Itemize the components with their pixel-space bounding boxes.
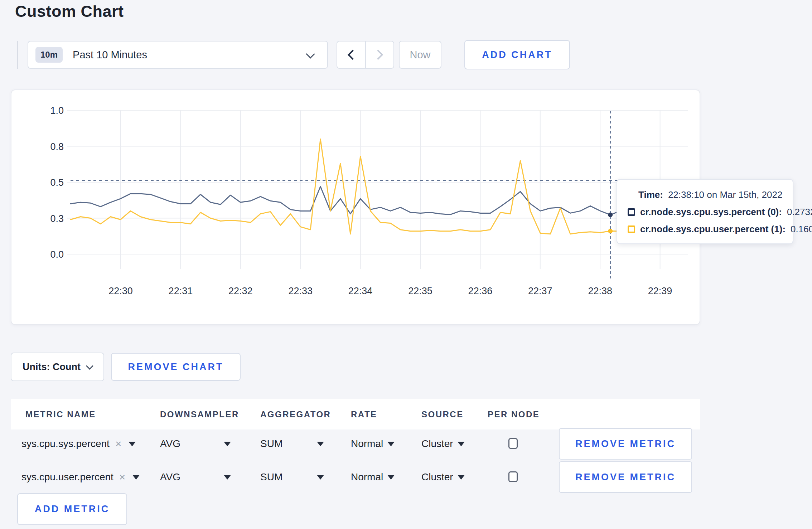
add-chart-button[interactable]: ADD CHART	[464, 40, 570, 69]
time-nav-group	[337, 41, 394, 69]
svg-text:0.0: 0.0	[50, 249, 64, 260]
svg-text:22:32: 22:32	[228, 286, 253, 296]
prev-time-button[interactable]	[337, 42, 365, 68]
source-value: Cluster	[421, 471, 453, 483]
rate-value: Normal	[351, 438, 383, 450]
time-range-select[interactable]: 10m Past 10 Minutes	[28, 41, 328, 69]
tooltip-series-sys-label: cr.node.sys.cpu.sys.percent (0):	[640, 207, 782, 218]
downsampler-value: AVG	[160, 471, 180, 483]
chevron-down-icon	[86, 362, 93, 369]
dropdown-arrow-icon	[317, 475, 324, 480]
svg-text:0.5: 0.5	[50, 177, 64, 188]
metric-name-select[interactable]: sys.cpu.user.percent ×	[21, 461, 140, 493]
toolbar-divider	[17, 41, 18, 69]
units-select[interactable]: Units: Count	[11, 353, 104, 381]
aggregator-select[interactable]: SUM	[260, 461, 324, 493]
time-range-label: Past 10 Minutes	[73, 49, 147, 61]
svg-text:22:33: 22:33	[288, 286, 313, 296]
tooltip-series-user-value: 0.1601	[791, 224, 812, 235]
add-metric-label: ADD METRIC	[35, 504, 110, 515]
table-row: sys.cpu.sys.percent × AVG SUM Normal Clu…	[0, 428, 812, 460]
col-header-aggregator: AGGREGATOR	[260, 399, 331, 429]
now-button-label: Now	[410, 49, 430, 61]
rate-value: Normal	[351, 471, 383, 483]
dropdown-arrow-icon	[387, 442, 395, 446]
dropdown-arrow-icon	[387, 475, 395, 480]
close-icon[interactable]: ×	[115, 438, 122, 450]
chart-tooltip: Time: 22:38:10 on Mar 15th, 2022 cr.node…	[617, 179, 793, 244]
per-node-checkbox[interactable]	[508, 438, 518, 449]
series-sys-swatch-icon	[628, 208, 635, 216]
col-header-per-node: PER NODE	[488, 399, 540, 429]
svg-text:1.0: 1.0	[50, 105, 64, 116]
dropdown-arrow-icon	[224, 475, 231, 480]
page-title: Custom Chart	[15, 2, 124, 21]
chevron-down-icon	[306, 49, 315, 58]
cpu-percent-line-chart[interactable]: 0.00.30.50.81.022:3022:3122:3222:3322:34…	[11, 89, 700, 325]
svg-text:22:34: 22:34	[348, 286, 373, 296]
downsampler-value: AVG	[160, 438, 180, 450]
source-value: Cluster	[421, 438, 453, 450]
now-button[interactable]: Now	[399, 41, 441, 69]
tooltip-series-user-label: cr.node.sys.cpu.user.percent (1):	[640, 224, 786, 235]
svg-text:22:31: 22:31	[169, 286, 193, 296]
tooltip-time-label: Time:	[638, 189, 663, 200]
remove-metric-label: REMOVE METRIC	[575, 472, 676, 483]
metric-name-value: sys.cpu.user.percent	[21, 471, 113, 483]
close-icon[interactable]: ×	[119, 471, 126, 483]
aggregator-value: SUM	[260, 438, 282, 450]
source-select[interactable]: Cluster	[421, 428, 465, 460]
time-range-badge: 10m	[35, 47, 63, 63]
svg-text:0.8: 0.8	[50, 141, 64, 152]
metric-name-select[interactable]: sys.cpu.sys.percent ×	[21, 428, 136, 460]
svg-text:22:36: 22:36	[468, 286, 493, 296]
next-time-button[interactable]	[365, 42, 394, 68]
aggregator-select[interactable]: SUM	[260, 428, 324, 460]
metrics-table-header: METRIC NAME DOWNSAMPLER AGGREGATOR RATE …	[11, 399, 700, 429]
add-metric-button[interactable]: ADD METRIC	[17, 493, 127, 525]
remove-metric-label: REMOVE METRIC	[575, 438, 676, 450]
col-header-downsampler: DOWNSAMPLER	[160, 399, 239, 429]
svg-text:22:35: 22:35	[408, 286, 432, 296]
downsampler-select[interactable]: AVG	[160, 428, 231, 460]
aggregator-value: SUM	[260, 471, 282, 483]
dropdown-arrow-icon	[224, 442, 231, 446]
chevron-right-icon	[373, 50, 383, 60]
tooltip-time-value: 22:38:10 on Mar 15th, 2022	[668, 189, 782, 200]
chevron-left-icon	[348, 50, 358, 60]
dropdown-arrow-icon	[129, 442, 136, 446]
dropdown-arrow-icon	[458, 475, 465, 480]
remove-metric-button[interactable]: REMOVE METRIC	[559, 461, 692, 493]
remove-metric-button[interactable]: REMOVE METRIC	[559, 428, 692, 460]
rate-select[interactable]: Normal	[351, 461, 395, 493]
svg-text:22:38: 22:38	[588, 286, 612, 296]
rate-select[interactable]: Normal	[351, 428, 395, 460]
downsampler-select[interactable]: AVG	[160, 461, 231, 493]
svg-text:22:39: 22:39	[648, 286, 672, 296]
custom-chart-page: Custom Chart 10m Past 10 Minutes Now ADD…	[0, 0, 812, 529]
source-select[interactable]: Cluster	[421, 461, 465, 493]
tooltip-series-sys-value: 0.2732	[787, 207, 812, 218]
svg-text:22:30: 22:30	[108, 286, 133, 296]
per-node-checkbox[interactable]	[508, 471, 518, 482]
table-row: sys.cpu.user.percent × AVG SUM Normal Cl…	[0, 461, 812, 493]
units-label: Units: Count	[23, 361, 81, 373]
col-header-metric-name: METRIC NAME	[25, 399, 96, 429]
dropdown-arrow-icon	[458, 442, 465, 446]
series-user-swatch-icon	[628, 225, 635, 233]
svg-text:0.3: 0.3	[50, 213, 64, 224]
dropdown-arrow-icon	[317, 442, 324, 446]
col-header-source: SOURCE	[421, 399, 464, 429]
col-header-rate: RATE	[351, 399, 377, 429]
remove-chart-label: REMOVE CHART	[128, 361, 223, 373]
svg-text:22:37: 22:37	[528, 286, 552, 296]
remove-chart-button[interactable]: REMOVE CHART	[111, 353, 241, 381]
add-chart-label: ADD CHART	[482, 49, 552, 60]
dropdown-arrow-icon	[132, 475, 140, 480]
metric-name-value: sys.cpu.sys.percent	[21, 438, 110, 450]
